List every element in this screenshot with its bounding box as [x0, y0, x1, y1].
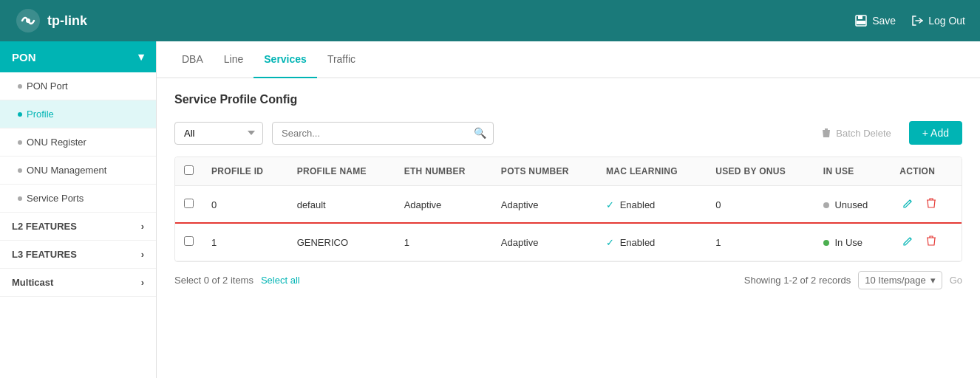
- sidebar-item-label: Profile: [27, 109, 54, 120]
- select-all-checkbox[interactable]: [184, 165, 194, 175]
- cell-used-by-onus: 0: [707, 186, 814, 224]
- tabs: DBA Line Services Traffic: [157, 41, 980, 78]
- row-checkbox[interactable]: [184, 236, 194, 246]
- sidebar-item-label: PON Port: [27, 80, 68, 92]
- select-count: Select 0 of 2 items: [174, 275, 253, 286]
- cell-profile-id: 0: [203, 186, 288, 224]
- sidebar: PON ▾ PON Port Profile ONU Register ONU …: [0, 41, 157, 378]
- col-used-by-onus: USED BY ONUS: [707, 157, 814, 186]
- sidebar-group-l2-features[interactable]: L2 FEATURES ›: [0, 213, 156, 241]
- logo-text: tp-link: [47, 13, 87, 29]
- svg-rect-4: [857, 21, 865, 24]
- showing-records: Showing 1-2 of 2 records: [744, 275, 851, 286]
- sidebar-item-profile[interactable]: Profile: [0, 100, 156, 128]
- table-row: 0 default Adaptive Adaptive: [175, 186, 962, 224]
- dot-icon: [18, 168, 22, 173]
- sidebar-item-label: ONU Management: [27, 165, 106, 176]
- sidebar-section-label: PON: [12, 51, 36, 63]
- chevron-right-icon: ›: [141, 277, 144, 288]
- add-label: + Add: [922, 127, 949, 139]
- select-all-link[interactable]: Select all: [261, 275, 300, 286]
- filter-select[interactable]: All: [174, 122, 263, 145]
- delete-button[interactable]: [923, 233, 939, 251]
- status-dot-icon: [823, 202, 829, 208]
- row-checkbox-cell[interactable]: [175, 224, 203, 261]
- tab-traffic[interactable]: Traffic: [317, 41, 366, 78]
- table-row: 1 GENERICO 1 Adaptive: [175, 224, 962, 261]
- cell-mac-learning: ✓ Enabled: [597, 186, 707, 224]
- cell-pots-number: Adaptive: [492, 224, 597, 261]
- footer-left: Select 0 of 2 items Select all: [174, 275, 300, 286]
- cell-mac-learning: ✓ Enabled: [597, 224, 707, 261]
- layout: PON ▾ PON Port Profile ONU Register ONU …: [0, 41, 980, 378]
- select-all-checkbox-header[interactable]: [175, 157, 203, 186]
- main-content: DBA Line Services Traffic Service Profil…: [157, 41, 980, 378]
- dot-icon: [18, 196, 22, 201]
- sidebar-group-label: L2 FEATURES: [12, 221, 77, 232]
- dot-icon: [18, 84, 22, 89]
- col-profile-id: PROFILE ID: [203, 157, 288, 186]
- sidebar-group-multicast[interactable]: Multicast ›: [0, 269, 156, 297]
- cell-in-use: Unused: [814, 186, 891, 224]
- row-checkbox-cell[interactable]: [175, 186, 203, 224]
- cell-pots-number: Adaptive: [492, 186, 597, 224]
- cell-action: [891, 186, 962, 224]
- tab-services[interactable]: Services: [253, 41, 317, 78]
- col-pots-number: POTS NUMBER: [492, 157, 597, 186]
- go-button[interactable]: Go: [950, 275, 962, 286]
- trash-icon: [926, 235, 936, 247]
- edit-button[interactable]: [899, 233, 917, 251]
- sidebar-item-service-ports[interactable]: Service Ports: [0, 185, 156, 213]
- checkmark-icon: ✓: [606, 237, 614, 248]
- cell-action: [891, 224, 962, 261]
- sidebar-item-onu-register[interactable]: ONU Register: [0, 128, 156, 157]
- add-button[interactable]: + Add: [909, 121, 962, 145]
- sidebar-item-onu-management[interactable]: ONU Management: [0, 157, 156, 185]
- sidebar-item-label: ONU Register: [27, 137, 86, 148]
- action-buttons: [899, 233, 953, 251]
- trash-icon: [926, 197, 936, 209]
- save-icon: [854, 14, 868, 27]
- trash-icon: [821, 127, 831, 139]
- col-eth-number: ETH NUMBER: [395, 157, 492, 186]
- table-header-row: PROFILE ID PROFILE NAME ETH NUMBER POTS …: [175, 157, 962, 186]
- sidebar-group-label: Multicast: [12, 277, 53, 288]
- cell-profile-id: 1: [203, 224, 288, 261]
- sidebar-item-label: Service Ports: [27, 193, 84, 204]
- search-input[interactable]: [272, 122, 494, 145]
- col-action: ACTION: [891, 157, 962, 186]
- chevron-right-icon: ›: [141, 249, 144, 260]
- page-title: Service Profile Config: [174, 93, 962, 106]
- save-label: Save: [872, 15, 896, 27]
- delete-button[interactable]: [923, 196, 939, 213]
- logout-label: Log Out: [928, 15, 965, 27]
- dot-icon: [18, 112, 22, 117]
- sidebar-group-l3-features[interactable]: L3 FEATURES ›: [0, 241, 156, 269]
- header-actions: Save Log Out: [854, 14, 965, 27]
- content-area: Service Profile Config All 🔍 Batch Delet…: [157, 78, 980, 313]
- dot-icon: [18, 140, 22, 145]
- tab-line[interactable]: Line: [214, 41, 253, 78]
- batch-delete-button[interactable]: Batch Delete: [812, 122, 899, 144]
- row-checkbox[interactable]: [184, 199, 194, 208]
- col-mac-learning: MAC LEARNING: [597, 157, 707, 186]
- logo: tp-link: [15, 7, 87, 34]
- sidebar-item-pon-port[interactable]: PON Port: [0, 72, 156, 100]
- footer-right: Showing 1-2 of 2 records 10 Items/page ▾…: [744, 271, 962, 289]
- cell-used-by-onus: 1: [707, 224, 814, 261]
- chevron-down-icon: ▾: [138, 50, 144, 63]
- cell-profile-name: default: [288, 186, 395, 224]
- tab-dba[interactable]: DBA: [171, 41, 214, 78]
- save-button[interactable]: Save: [854, 14, 896, 27]
- edit-button[interactable]: [899, 196, 917, 213]
- edit-icon: [902, 235, 914, 247]
- header: tp-link Save Log Out: [0, 0, 980, 41]
- items-per-page-select[interactable]: 10 Items/page ▾: [858, 271, 942, 289]
- logout-button[interactable]: Log Out: [911, 14, 965, 27]
- toolbar: All 🔍 Batch Delete + Add: [174, 121, 962, 145]
- edit-icon: [902, 197, 914, 209]
- status-dot-icon: [823, 240, 829, 246]
- table-footer: Select 0 of 2 items Select all Showing 1…: [174, 262, 962, 298]
- sidebar-section-pon[interactable]: PON ▾: [0, 41, 156, 72]
- col-profile-name: PROFILE NAME: [288, 157, 395, 186]
